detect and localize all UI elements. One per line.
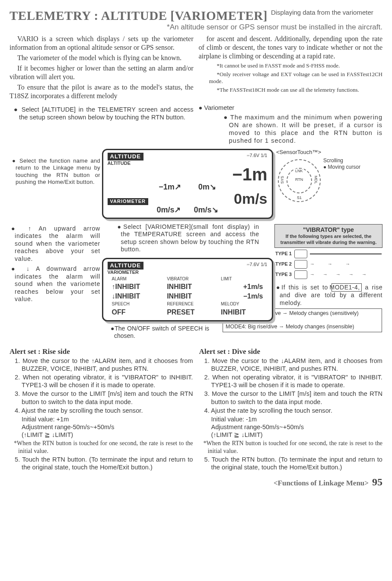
intro-p3: If it becomes higher or lower than the s… bbox=[10, 64, 194, 81]
rise-step1: 1. Move the cursor to the ↑ALARM item, a… bbox=[10, 357, 193, 372]
page-title: TELEMETRY : ALTITUDE [VARIOMETER] bbox=[10, 8, 268, 23]
lcd1-big-value: −1m bbox=[232, 167, 267, 182]
lcd1-foot-left: 0m/s↗ bbox=[156, 205, 181, 215]
select-function-note: ● Select the function name and return to… bbox=[10, 157, 100, 186]
sensortouch-ring: LNK RTN SYS MDL S1 bbox=[278, 159, 321, 202]
lcd2-title: ALTITUDE bbox=[108, 262, 143, 270]
vibrator-type-box: "VIBRATOR" type If the following types a… bbox=[274, 224, 382, 248]
scrolling-label: Scrolling bbox=[323, 157, 360, 164]
lcd1-vario-label: VARIOMETER bbox=[108, 198, 149, 205]
intro-p1: VARIO is a screen which displays / sets … bbox=[10, 35, 194, 52]
intro-p4: To ensure that the pilot is aware as to … bbox=[10, 83, 194, 100]
lcd2-sub: VARIOMETER bbox=[108, 270, 268, 276]
lcd1-mid-right: 0m↘ bbox=[198, 182, 216, 192]
down-arrow-note: ● ↓ A downward arrow indicates the alarm… bbox=[10, 265, 100, 303]
lcd1-title: ALTITUDE bbox=[108, 153, 143, 160]
vibrator-type3: TYPE 3 → → → → → bbox=[275, 270, 382, 279]
mode-ref-box: MODE1-4, bbox=[331, 283, 362, 292]
page-subtitle-right: Displaying data from the variometer bbox=[268, 8, 373, 17]
sensortouch-label: <SensorTouch™> bbox=[276, 149, 382, 156]
lcd2-r1-alarm: ↑INHIBIT bbox=[108, 282, 163, 291]
intro-right-p1: for ascent and descent. Additionally, de… bbox=[199, 35, 383, 61]
lcd1-foot-right: 0m/s↘ bbox=[194, 205, 218, 215]
transmitter-icon bbox=[294, 250, 307, 258]
mode-set-note: ●If this is set to MODE1-4, a rise and d… bbox=[274, 283, 382, 307]
ring-sys: SYS bbox=[280, 175, 285, 185]
vibrator-title: "VIBRATOR" type bbox=[277, 226, 379, 234]
vibrator-type1: TYPE 1 bbox=[275, 250, 382, 258]
lcd2-r2-limit: −1m/s bbox=[217, 292, 266, 301]
lcd2-h-speech: SPEECH bbox=[108, 302, 163, 307]
arrow-pattern-3: → → → → → bbox=[310, 272, 370, 278]
lcd2-h-alarm: ALARM bbox=[108, 276, 163, 282]
page-number: 95 bbox=[372, 475, 382, 488]
rise-step4b: Adjustment range-50m/s~+50m/s bbox=[10, 423, 193, 431]
rise-step3: 3. Move the cursor to the LIMIT [m/s] it… bbox=[10, 390, 193, 405]
vibrator-type2: TYPE 2 → → → bbox=[275, 260, 382, 269]
mode4-text: MODE4: Big rise/dive → Melody changes (i… bbox=[226, 324, 379, 331]
lcd1-vario-value: 0m/s bbox=[234, 192, 268, 205]
rise-step2: 2. When not operating vibrator, it is "V… bbox=[10, 373, 193, 389]
lcd2-melody-value: INHIBIT bbox=[217, 308, 266, 317]
alert-dive-title: Alert set : Dive side bbox=[199, 347, 383, 356]
variometer-heading: ● Variometer bbox=[199, 104, 383, 112]
dive-step2: 2. When not operating vibrator, it is "V… bbox=[199, 373, 383, 389]
dive-step3: 3. Move the cursor to the LIMIT [m/s] it… bbox=[199, 390, 383, 405]
note-fasst: *It cannot be used in FASST mode and S-F… bbox=[199, 62, 383, 69]
select-altitude-bullet: ● Select [ALTITUDE] in the TELEMETRY scr… bbox=[10, 106, 194, 121]
vibrator-subtitle: If the following types are selected, the… bbox=[277, 234, 379, 246]
transmitter-icon bbox=[294, 260, 307, 269]
speech-switch-note: ●The ON/OFF switch of SPEECH is chosen. bbox=[109, 325, 209, 340]
lcd2-r1-vib: INHIBIT bbox=[163, 282, 217, 291]
ring-rtn: RTN bbox=[294, 177, 304, 182]
up-arrow-note: ● ↑ An upward arrow indicates the alarm … bbox=[10, 225, 100, 263]
dive-reset-note: *When the RTN button is touched for one … bbox=[199, 440, 383, 455]
arrow-pattern-2: → → → bbox=[310, 261, 354, 267]
dive-step4c: (↑LIMIT ≧ ↓LIMIT) bbox=[199, 431, 383, 439]
lcd-altitude-screen: ALTITUDE ⎓7.6V 1/1 ALTITUDE −1m −1m↗ 0m↘… bbox=[102, 149, 273, 219]
moving-cursor-label: ● Moving cursor bbox=[323, 164, 360, 170]
lcd2-r2-alarm: ↓INHIBIT bbox=[108, 292, 163, 301]
rise-step4c: (↑LIMIT ≧ ↓LIMIT) bbox=[10, 431, 193, 439]
rise-reset-note: *When the RTN button is touched for one … bbox=[10, 440, 193, 455]
dive-step5: 5. Touch the RTN button. (To terminate t… bbox=[199, 456, 383, 471]
lcd2-speech-value: OFF bbox=[108, 308, 163, 317]
mode-set-prefix: ●If this is set to bbox=[276, 284, 328, 291]
dive-step4: 4. Ajust the rate by scrolling the touch… bbox=[199, 407, 383, 414]
rise-step4: 4. Ajust the rate by scrolling the touch… bbox=[10, 407, 193, 414]
variometer-max-note: ● The maximum and the minimum when power… bbox=[199, 113, 383, 145]
ring-lnk: LNK bbox=[294, 169, 304, 173]
lcd2-battery: ⎓7.6V 1/1 bbox=[247, 262, 268, 270]
select-variometer-note: ●Select [VARIOMETER](small font display)… bbox=[116, 223, 259, 254]
install-note: *An altitude sensor or GPS sensor must b… bbox=[10, 22, 382, 32]
alert-rise-title: Alert set : Rise side bbox=[10, 347, 193, 356]
note-18ch: *The FASSTest18CH mode can use all the t… bbox=[199, 87, 383, 93]
dive-step1: 1. Move the cursor to the ↓ALARM item, a… bbox=[199, 357, 383, 372]
vibrator-type1-label: TYPE 1 bbox=[275, 251, 292, 257]
vibrator-type3-label: TYPE 3 bbox=[275, 272, 292, 278]
note-12ch: *Only receiver voltage and EXT voltage c… bbox=[199, 71, 383, 85]
transmitter-icon bbox=[294, 270, 307, 279]
lcd1-mid-left: −1m↗ bbox=[159, 182, 181, 192]
lcd-variometer-screen: ALTITUDE ⎓7.6V 1/1 VARIOMETER ALARM VIBR… bbox=[102, 258, 273, 321]
ring-mdl: MDL bbox=[313, 175, 318, 185]
lcd2-reference-value: PRESET bbox=[163, 308, 217, 317]
lcd2-h-vibrator: VIBRATOR bbox=[163, 276, 217, 282]
footer-section-label: <Functions of Linkage Menu> bbox=[274, 478, 369, 488]
lcd2-h-limit: LIMIT bbox=[217, 276, 266, 282]
dive-step4b: Adjustment range-50m/s~+50m/s bbox=[199, 423, 383, 431]
dive-step4a: Initial value: -1m bbox=[199, 415, 383, 423]
vibrator-type2-label: TYPE 2 bbox=[275, 261, 292, 267]
lcd2-h-reference: REFERENCE bbox=[163, 302, 217, 307]
rise-step4a: Initial value: +1m bbox=[10, 415, 193, 423]
rise-step5: 5. Touch the RTN button. (To terminate t… bbox=[10, 456, 193, 471]
lcd2-h-melody: MELODY bbox=[217, 302, 266, 307]
lcd1-battery: ⎓7.6V 1/1 bbox=[247, 153, 268, 160]
lcd2-r1-limit: +1m/s bbox=[217, 282, 266, 291]
ring-s1: S1 bbox=[296, 196, 303, 200]
intro-p2: The variometer of the model which is fly… bbox=[10, 54, 194, 62]
lcd2-r2-vib: INHIBIT bbox=[163, 292, 217, 301]
